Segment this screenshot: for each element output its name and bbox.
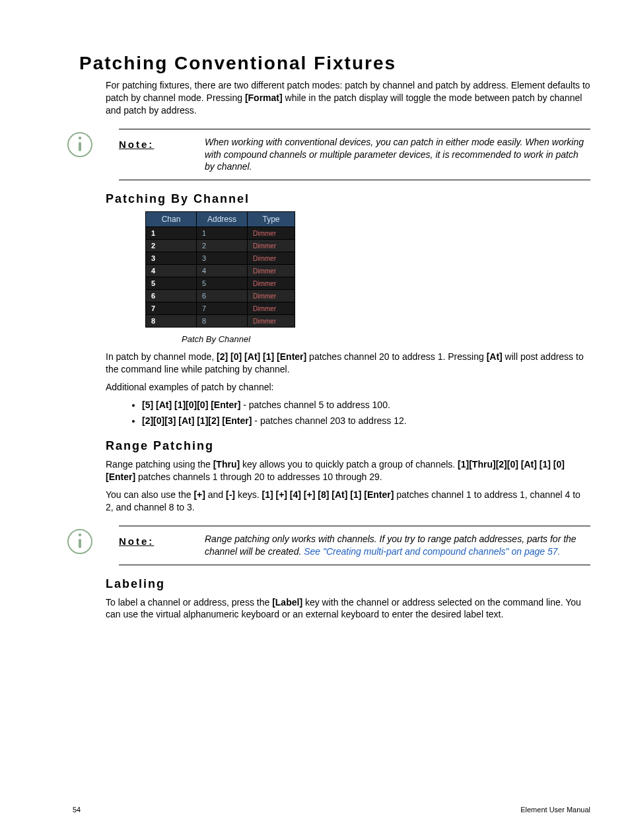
- doc-title: Element User Manual: [520, 806, 590, 814]
- cell-type: Dimmer: [248, 302, 295, 315]
- cell-type: Dimmer: [248, 290, 295, 302]
- keys: [2][0][3] [At] [1][2] [Enter]: [142, 415, 252, 426]
- cell-type: Dimmer: [248, 252, 295, 265]
- cell-type: Dimmer: [248, 240, 295, 252]
- svg-point-2: [79, 136, 81, 139]
- by-channel-p1: In patch by channel mode, [2] [0] [At] […: [106, 351, 590, 376]
- section-title-by-channel: Patching By Channel: [106, 192, 590, 206]
- info-icon: [66, 131, 94, 160]
- table-row: 33Dimmer: [146, 252, 295, 265]
- info-icon: [66, 528, 94, 557]
- cell-chan: 3: [146, 252, 197, 265]
- th-chan: Chan: [146, 212, 197, 227]
- text: - patches channel 203 to address 12.: [252, 415, 406, 426]
- intro-paragraph: For patching fixtures, there are two dif…: [106, 79, 590, 117]
- svg-rect-4: [79, 539, 81, 548]
- section-title-labeling: Labeling: [106, 577, 590, 591]
- keys: [-]: [226, 489, 235, 500]
- by-channel-p2: Additional examples of patch by channel:: [106, 381, 590, 394]
- cell-chan: 6: [146, 290, 197, 302]
- note-link[interactable]: See "Creating multi-part and compound ch…: [304, 546, 560, 557]
- range-p1: Range patching using the [Thru] key allo…: [106, 458, 590, 483]
- table-row: 77Dimmer: [146, 302, 295, 315]
- text: keys.: [235, 489, 262, 500]
- cell-address: 8: [197, 315, 248, 328]
- text: In patch by channel mode,: [106, 351, 217, 362]
- page-footer: 54 Element User Manual: [73, 806, 590, 814]
- cell-chan: 8: [146, 315, 197, 328]
- cell-address: 1: [197, 227, 248, 240]
- keys: [2] [0] [At] [1] [Enter]: [217, 351, 306, 362]
- keys: [5] [At] [1][0][0] [Enter]: [142, 400, 240, 410]
- keys: [Thru]: [213, 459, 240, 470]
- cell-chan: 5: [146, 277, 197, 290]
- table-row: 11Dimmer: [146, 227, 295, 240]
- svg-rect-1: [79, 142, 81, 151]
- section-title-range: Range Patching: [106, 439, 590, 453]
- text: To label a channel or address, press the: [106, 597, 272, 608]
- note-block-2: Note: Range patching only works with cha…: [119, 526, 590, 565]
- th-type: Type: [248, 212, 295, 227]
- th-address: Address: [197, 212, 248, 227]
- cell-address: 4: [197, 265, 248, 277]
- cell-address: 3: [197, 252, 248, 265]
- keys: [+]: [193, 489, 205, 500]
- table-row: 66Dimmer: [146, 290, 295, 302]
- figure-caption: Patch By Channel: [182, 334, 590, 344]
- list-item: [2][0][3] [At] [1][2] [Enter] - patches …: [142, 415, 590, 428]
- range-p2: You can also use the [+] and [-] keys. […: [106, 489, 590, 514]
- note-text: When working with conventional devices, …: [205, 136, 590, 174]
- table-row: 88Dimmer: [146, 315, 295, 328]
- cell-address: 7: [197, 302, 248, 315]
- text: key allows you to quickly patch a group …: [240, 459, 458, 470]
- text: Range patching using the: [106, 459, 213, 470]
- note-text: Range patching only works with channels.…: [205, 533, 590, 558]
- labeling-p1: To label a channel or address, press the…: [106, 596, 590, 621]
- text: and: [205, 489, 226, 500]
- cell-type: Dimmer: [248, 277, 295, 290]
- page-title: Patching Conventional Fixtures: [79, 53, 590, 74]
- keys: [At]: [487, 351, 503, 362]
- patch-table-figure: Chan Address Type 11Dimmer 22Dimmer 33Di…: [145, 211, 590, 344]
- list-item: [5] [At] [1][0][0] [Enter] - patches cha…: [142, 399, 590, 412]
- cell-address: 5: [197, 277, 248, 290]
- text: patches channels 1 through 20 to address…: [135, 472, 382, 482]
- note-label: Note:: [119, 533, 178, 547]
- svg-point-5: [79, 534, 81, 536]
- cell-type: Dimmer: [248, 227, 295, 240]
- cell-chan: 4: [146, 265, 197, 277]
- intro-format-key: [Format]: [245, 92, 283, 103]
- cell-type: Dimmer: [248, 265, 295, 277]
- patch-table: Chan Address Type 11Dimmer 22Dimmer 33Di…: [145, 211, 295, 328]
- text: patches channel 20 to address 1. Pressin…: [306, 351, 486, 362]
- text: You can also use the: [106, 489, 193, 500]
- table-row: 55Dimmer: [146, 277, 295, 290]
- cell-address: 6: [197, 290, 248, 302]
- text: - patches channel 5 to address 100.: [240, 400, 390, 410]
- table-row: 22Dimmer: [146, 240, 295, 252]
- page-number: 54: [73, 806, 81, 814]
- cell-chan: 7: [146, 302, 197, 315]
- cell-chan: 1: [146, 227, 197, 240]
- keys: [Label]: [272, 597, 302, 608]
- table-row: 44Dimmer: [146, 265, 295, 277]
- cell-type: Dimmer: [248, 315, 295, 328]
- keys: [1] [+] [4] [+] [8] [At] [1] [Enter]: [262, 489, 394, 500]
- note-label: Note:: [119, 136, 178, 150]
- note-block-1: Note: When working with conventional dev…: [119, 129, 590, 181]
- cell-chan: 2: [146, 240, 197, 252]
- examples-list: [5] [At] [1][0][0] [Enter] - patches cha…: [106, 399, 590, 427]
- cell-address: 2: [197, 240, 248, 252]
